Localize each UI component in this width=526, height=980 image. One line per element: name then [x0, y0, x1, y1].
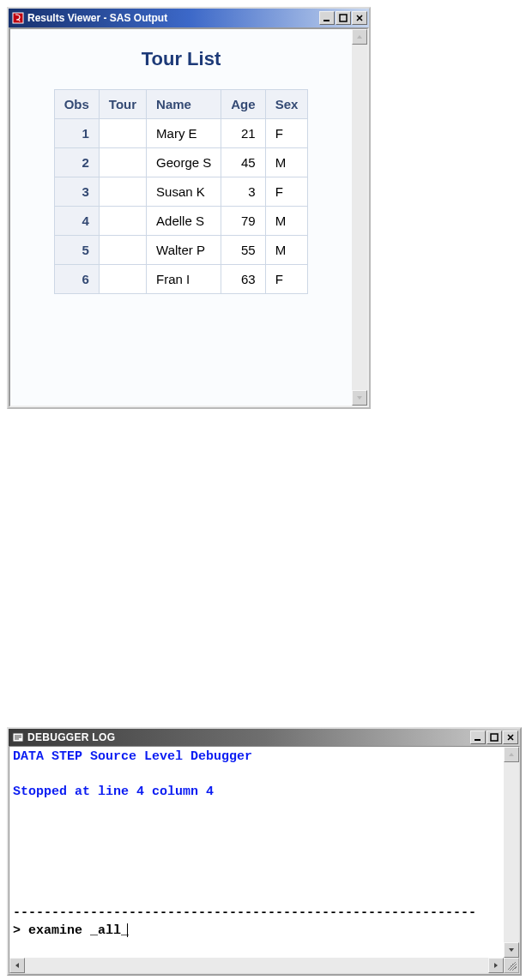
- cell-sex: M: [265, 207, 308, 236]
- window-controls: [470, 730, 518, 744]
- cell-sex: F: [265, 177, 308, 207]
- sas-app-icon: [12, 12, 24, 24]
- cell-tour: [99, 119, 146, 148]
- cell-obs: 1: [54, 119, 99, 148]
- cell-name: Adelle S: [147, 207, 221, 236]
- cell-obs: 6: [54, 265, 99, 294]
- debugger-titlebar[interactable]: DEBUGGER LOG: [9, 729, 520, 746]
- results-viewer-window: Results Viewer - SAS Output Tour List Ob…: [7, 7, 371, 409]
- scroll-left-button[interactable]: [9, 958, 25, 973]
- cell-name: Mary E: [147, 119, 221, 148]
- cell-tour: [99, 207, 146, 236]
- cell-sex: F: [265, 265, 308, 294]
- debugger-body: DATA STEP Source Level Debugger Stopped …: [9, 746, 520, 974]
- debug-prompt-text: > examine _all_: [13, 923, 129, 938]
- svg-rect-2: [340, 15, 347, 21]
- close-button[interactable]: [503, 730, 518, 744]
- window-controls: [319, 11, 367, 25]
- table-row: 5 Walter P 55 M: [54, 236, 308, 265]
- scroll-right-button[interactable]: [488, 958, 504, 973]
- cell-sex: M: [265, 236, 308, 265]
- log-app-icon: [12, 731, 24, 743]
- svg-rect-8: [491, 734, 498, 741]
- col-obs: Obs: [54, 90, 99, 119]
- col-name: Name: [147, 90, 221, 119]
- cell-name: Susan K: [147, 177, 221, 207]
- cell-obs: 2: [54, 148, 99, 177]
- results-titlebar[interactable]: Results Viewer - SAS Output: [9, 9, 369, 27]
- tour-list-table: Obs Tour Name Age Sex 1 Mary E 21 F: [54, 89, 309, 294]
- svg-rect-1: [323, 20, 330, 21]
- table-row: 2 George S 45 M: [54, 148, 308, 177]
- minimize-button[interactable]: [470, 730, 486, 744]
- debug-line: Stopped at line 4 column 4: [13, 785, 214, 799]
- col-tour: Tour: [99, 90, 146, 119]
- cell-name: Fran I: [147, 265, 221, 294]
- cell-tour: [99, 177, 146, 207]
- cell-sex: F: [265, 119, 308, 148]
- table-row: 3 Susan K 3 F: [54, 177, 308, 207]
- table-row: 6 Fran I 63 F: [54, 265, 308, 294]
- table-header-row: Obs Tour Name Age Sex: [54, 90, 308, 119]
- text-cursor-icon: [127, 923, 128, 937]
- maximize-button[interactable]: [336, 11, 351, 25]
- debug-separator: ----------------------------------------…: [13, 905, 476, 920]
- cell-name: George S: [147, 148, 221, 177]
- close-button[interactable]: [352, 11, 367, 25]
- minimize-button[interactable]: [319, 11, 335, 25]
- report-title: Tour List: [22, 48, 340, 70]
- svg-rect-7: [475, 739, 481, 741]
- debugger-text-area[interactable]: DATA STEP Source Level Debugger Stopped …: [9, 747, 504, 958]
- cell-age: 55: [221, 236, 265, 265]
- debug-prompt-line[interactable]: > examine _all_: [13, 923, 128, 938]
- scroll-track[interactable]: [25, 958, 488, 973]
- cell-obs: 5: [54, 236, 99, 265]
- debugger-title-text: DEBUGGER LOG: [27, 731, 470, 743]
- cell-age: 79: [221, 207, 265, 236]
- col-age: Age: [221, 90, 265, 119]
- table-row: 4 Adelle S 79 M: [54, 207, 308, 236]
- cell-obs: 4: [54, 207, 99, 236]
- results-content: Tour List Obs Tour Name Age Sex 1 Ma: [10, 29, 352, 406]
- scroll-down-button[interactable]: [352, 390, 367, 406]
- horizontal-scrollbar[interactable]: [9, 958, 519, 973]
- results-title-text: Results Viewer - SAS Output: [27, 12, 319, 24]
- scroll-up-button[interactable]: [352, 29, 367, 45]
- cell-age: 3: [221, 177, 265, 207]
- col-sex: Sex: [265, 90, 308, 119]
- table-row: 1 Mary E 21 F: [54, 119, 308, 148]
- vertical-scrollbar[interactable]: [504, 747, 519, 958]
- results-body: Tour List Obs Tour Name Age Sex 1 Ma: [9, 27, 369, 407]
- cell-name: Walter P: [147, 236, 221, 265]
- cell-tour: [99, 148, 146, 177]
- scroll-down-button[interactable]: [504, 942, 519, 958]
- cell-sex: M: [265, 148, 308, 177]
- maximize-button[interactable]: [487, 730, 502, 744]
- debug-line: DATA STEP Source Level Debugger: [13, 749, 252, 764]
- debugger-log-window: DEBUGGER LOG DATA STEP Source Level Debu…: [7, 727, 522, 976]
- vertical-scrollbar[interactable]: [352, 29, 367, 406]
- cell-age: 21: [221, 119, 265, 148]
- cell-tour: [99, 236, 146, 265]
- resize-grip-icon[interactable]: [504, 958, 519, 973]
- cell-age: 45: [221, 148, 265, 177]
- scroll-up-button[interactable]: [504, 747, 519, 762]
- cell-tour: [99, 265, 146, 294]
- cell-age: 63: [221, 265, 265, 294]
- cell-obs: 3: [54, 177, 99, 207]
